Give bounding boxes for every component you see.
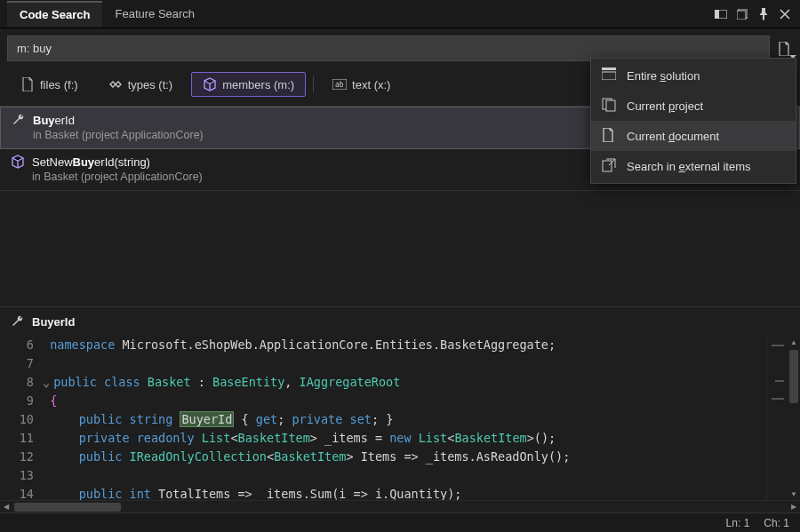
- file-icon: [20, 77, 35, 91]
- scroll-down-icon[interactable]: ▼: [790, 488, 797, 500]
- tab-code-search[interactable]: Code Search: [7, 1, 102, 27]
- dropdown-item[interactable]: Search in external items: [591, 151, 796, 181]
- status-line: Ln: 1: [726, 517, 750, 529]
- scroll-up-icon[interactable]: ▲: [790, 336, 797, 348]
- status-bar: Ln: 1 Ch: 1: [0, 512, 800, 532]
- dropdown-item[interactable]: Current project: [591, 91, 796, 121]
- pin-icon[interactable]: [756, 6, 772, 22]
- close-icon[interactable]: [777, 6, 793, 22]
- filter-text[interactable]: ab text (x:): [321, 72, 402, 97]
- code-editor[interactable]: 67891011121314 namespace Microsoft.eShop…: [0, 336, 800, 500]
- filter-files[interactable]: files (f:): [9, 72, 90, 97]
- preview-title: BuyerId: [32, 315, 75, 329]
- svg-rect-9: [606, 100, 615, 111]
- svg-rect-10: [603, 161, 612, 171]
- filter-text-label: text (x:): [352, 78, 390, 91]
- text-icon: ab: [332, 77, 347, 91]
- line-numbers: 67891011121314: [0, 336, 43, 500]
- scope-dropdown-menu: Entire solutionCurrent projectCurrent do…: [590, 58, 796, 184]
- horizontal-scrollbar[interactable]: ◀ ▶: [0, 500, 800, 512]
- wrench-icon: [11, 314, 25, 329]
- filter-members[interactable]: members (m:): [191, 72, 306, 97]
- svg-rect-3: [737, 11, 746, 20]
- vertical-scrollbar[interactable]: ▲ ▼: [788, 336, 800, 500]
- filter-divider: [313, 76, 314, 92]
- filter-files-label: files (f:): [40, 78, 78, 91]
- filter-types-label: types (t:): [128, 78, 173, 91]
- project-icon: [602, 98, 618, 114]
- types-icon: [108, 77, 123, 91]
- dropdown-item[interactable]: Entire solution: [591, 60, 796, 91]
- result-title: SetNewBuyerId(string): [32, 155, 150, 169]
- external-icon: [602, 158, 618, 174]
- filter-types[interactable]: types (t:): [97, 72, 185, 97]
- dropdown-label: Current document: [627, 130, 719, 143]
- minimap[interactable]: [766, 336, 788, 500]
- scope-dropdown-icon[interactable]: [775, 40, 793, 58]
- status-col: Ch: 1: [764, 517, 789, 529]
- document-icon: [602, 128, 618, 144]
- scroll-right-icon[interactable]: ▶: [788, 503, 800, 511]
- hscroll-thumb[interactable]: [14, 503, 121, 512]
- scroll-left-icon[interactable]: ◀: [0, 503, 12, 511]
- method-icon: [11, 155, 25, 169]
- dropdown-label: Search in external items: [627, 160, 750, 173]
- dropdown-item[interactable]: Current document: [591, 121, 796, 151]
- result-title: BuyerId: [33, 114, 75, 127]
- vscroll-thumb[interactable]: [789, 350, 798, 403]
- window-dock-icon[interactable]: [713, 6, 729, 22]
- svg-rect-1: [715, 10, 719, 19]
- dropdown-label: Current project: [627, 99, 703, 113]
- tab-feature-search[interactable]: Feature Search: [102, 2, 207, 26]
- dropdown-label: Entire solution: [627, 69, 700, 83]
- window-restore-icon[interactable]: [734, 6, 750, 22]
- solution-icon: [602, 67, 618, 83]
- svg-rect-6: [602, 67, 616, 70]
- filter-members-label: members (m:): [222, 78, 294, 91]
- title-bar: Code Search Feature Search: [0, 0, 800, 28]
- members-icon: [203, 77, 217, 91]
- svg-rect-7: [602, 72, 616, 80]
- svg-text:ab: ab: [335, 81, 344, 89]
- code-content[interactable]: namespace Microsoft.eShopWeb.Application…: [43, 336, 766, 500]
- preview-header: BuyerId: [0, 306, 800, 336]
- preview-pane: BuyerId 67891011121314 namespace Microso…: [0, 306, 800, 532]
- wrench-icon: [12, 113, 26, 127]
